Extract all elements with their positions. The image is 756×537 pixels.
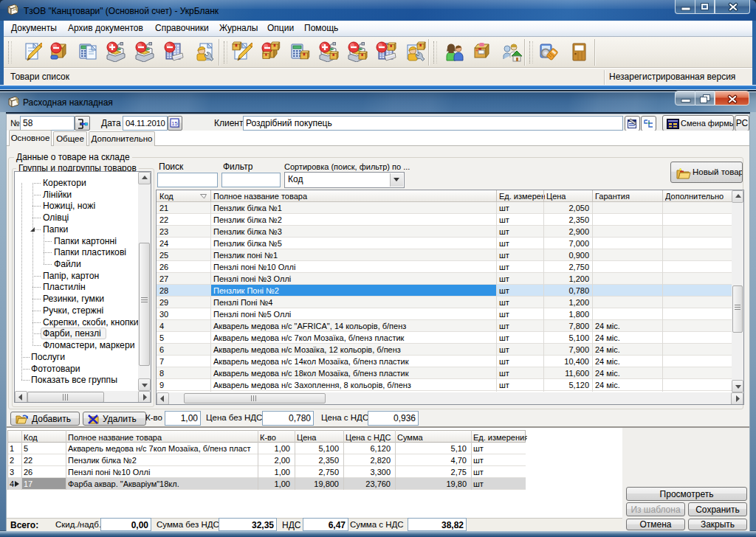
svg-text:15: 15 — [171, 120, 177, 127]
